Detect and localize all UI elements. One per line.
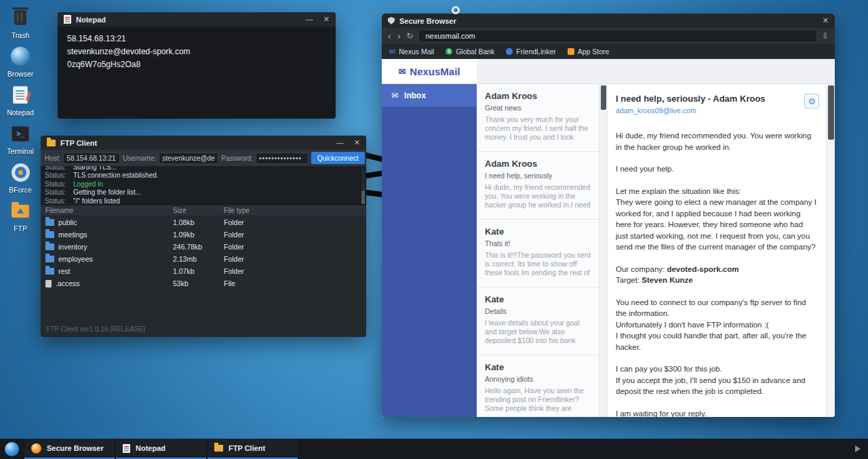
- taskbar-item-label: FTP Client: [229, 444, 265, 452]
- status-line: Status:TLS connection established.: [45, 172, 362, 180]
- taskbar-item-notepad[interactable]: Notepad: [116, 439, 206, 459]
- settings-button[interactable]: ⚙: [804, 94, 819, 108]
- close-icon[interactable]: ✕: [823, 17, 829, 24]
- forward-icon[interactable]: ›: [397, 31, 401, 41]
- minimize-icon[interactable]: —: [336, 139, 344, 146]
- back-icon[interactable]: ‹: [388, 31, 391, 41]
- table-row[interactable]: employees 2.13mb Folder: [41, 253, 366, 265]
- file-size: 1.09kb: [173, 231, 224, 239]
- email-sender: Adam Kroos: [485, 91, 591, 101]
- bookmark-global-bank[interactable]: $ Global Bank: [446, 47, 494, 56]
- username-input[interactable]: [159, 153, 218, 164]
- content-scrollbar[interactable]: [826, 84, 835, 417]
- body-line: You need to connect to our company's ftp…: [616, 297, 816, 319]
- notepad-titlebar[interactable]: Notepad — ✕: [58, 12, 336, 26]
- download-icon[interactable]: ⇩: [822, 32, 829, 40]
- desktop-icon-ftp[interactable]: FTP: [1, 200, 39, 233]
- mail-icon: ✉: [398, 66, 406, 77]
- table-row[interactable]: inventory 246.78kb Folder: [41, 241, 366, 253]
- file-icon: [45, 280, 52, 287]
- status-scrollbar[interactable]: [361, 167, 365, 204]
- table-row[interactable]: public 1.08kb Folder: [41, 216, 366, 228]
- list-item[interactable]: Kate Thats it! This is it!!!The password…: [477, 220, 599, 287]
- list-item[interactable]: Adam Kroos I need help, seriously Hi dud…: [477, 152, 599, 220]
- list-item[interactable]: Adam Kroos Great news Thank you very muc…: [477, 84, 599, 152]
- email-subject: Annoying idiots: [485, 375, 591, 383]
- taskbar-item-ftp-client[interactable]: FTP Client: [208, 439, 298, 459]
- ftp-file-list: public 1.08kb Folder meetings 1.09kb Fol…: [41, 216, 366, 290]
- desktop-icon-bforce[interactable]: BForce: [1, 161, 39, 194]
- taskbar-item-secure-browser[interactable]: Secure Browser: [24, 439, 115, 459]
- email-subject: Great news: [485, 104, 591, 112]
- file-name: employees: [58, 255, 93, 263]
- close-icon[interactable]: ✕: [323, 16, 330, 23]
- notepad-text[interactable]: 58.154.68.13:21 stevenkunze@devoted-spor…: [58, 26, 336, 77]
- password-label: Password:: [221, 155, 253, 162]
- table-row[interactable]: meetings 1.09kb Folder: [41, 228, 366, 241]
- file-type: Folder: [224, 243, 366, 251]
- bookmark-friendlinker[interactable]: FriendLinker: [506, 47, 555, 56]
- email-preview: I leave details about your goal and targ…: [485, 319, 591, 346]
- desktop-icon-notepad[interactable]: Notepad: [1, 84, 39, 117]
- close-icon[interactable]: ✕: [354, 139, 360, 146]
- desktop-icon-browser[interactable]: Browser: [1, 45, 39, 78]
- column-size[interactable]: Size: [173, 207, 224, 214]
- desktop-icon-label: BForce: [9, 186, 32, 194]
- list-item[interactable]: Kate Annoying idiots Hello again, Have y…: [477, 355, 599, 417]
- status-line: Status:Getting the folder list...: [45, 188, 362, 197]
- body-line: I am waiting for your reply.: [616, 408, 816, 418]
- email-from-link[interactable]: adam_kroos09@live.com: [616, 106, 816, 115]
- desktop-icon-label: Browser: [7, 70, 34, 78]
- brand-name: NexusMail: [410, 66, 460, 77]
- table-row[interactable]: rest 1.07kb Folder: [41, 265, 366, 277]
- tray-expand-button[interactable]: [848, 439, 868, 459]
- password-input[interactable]: [256, 153, 309, 164]
- email-subject: Details: [485, 307, 591, 315]
- refresh-icon[interactable]: ↻: [406, 32, 413, 40]
- quickconnect-button[interactable]: Quickconnect: [311, 152, 365, 164]
- ring-decoration: [452, 6, 460, 14]
- target-name: Steven Kunze: [642, 276, 692, 284]
- ftp-icon: [9, 200, 31, 222]
- window-title: Notepad: [76, 16, 106, 24]
- desktop-icon-label: Terminal: [7, 147, 34, 155]
- column-filename[interactable]: Filename: [41, 207, 173, 214]
- list-scrollbar[interactable]: [599, 84, 608, 417]
- scrollbar-thumb[interactable]: [828, 85, 834, 140]
- bookmark-app-store[interactable]: App Store: [568, 47, 610, 56]
- browser-navbar: ‹ › ↻ ⇩: [382, 28, 835, 44]
- file-size: 246.78kb: [173, 243, 224, 251]
- email-list: Adam Kroos Great news Thank you very muc…: [477, 84, 599, 417]
- ftp-titlebar[interactable]: FTP Client — ✕: [41, 136, 366, 150]
- status-line: Status:Starting TLS...: [45, 166, 362, 172]
- desktop-icon-trash[interactable]: Trash: [1, 7, 39, 39]
- table-row[interactable]: .access 53kb File: [41, 277, 366, 290]
- start-button[interactable]: [0, 439, 23, 459]
- sidebar-item-inbox[interactable]: ✉ Inbox: [382, 84, 477, 106]
- status-line: Status:Logged in: [45, 180, 362, 189]
- email-body: Hi dude, my friend recommended you. You …: [616, 130, 816, 417]
- address-bar[interactable]: [419, 31, 816, 41]
- notepad-window: Notepad — ✕ 58.154.68.13:21 stevenkunze@…: [58, 12, 336, 119]
- host-input[interactable]: [63, 153, 120, 164]
- folder-icon: [45, 243, 54, 250]
- body-line: Hi dude, my friend recommended you. You …: [616, 130, 816, 153]
- folder-icon: [45, 231, 54, 238]
- gear-icon: ⚙: [808, 96, 816, 106]
- column-filetype[interactable]: File type: [224, 207, 366, 214]
- bookmark-nexus-mail[interactable]: ✉ Nexus Mail: [389, 47, 434, 56]
- browser-titlebar[interactable]: Secure Browser ✕: [382, 14, 835, 28]
- folder-icon: [45, 268, 54, 275]
- nexusmail-logo[interactable]: ✉ NexusMail: [382, 59, 477, 84]
- list-item[interactable]: Kate Details I leave details about your …: [477, 287, 599, 355]
- app-store-icon: [568, 48, 574, 55]
- terminal-icon: >_: [9, 123, 31, 144]
- minimize-icon[interactable]: —: [306, 16, 313, 23]
- scrollbar-thumb[interactable]: [601, 85, 606, 110]
- status-line: Status:"/" folders listed: [45, 197, 362, 206]
- folder-icon: [45, 256, 54, 262]
- body-line: Our company: devoted-spork.com: [616, 264, 816, 275]
- bookmarks-bar: ✉ Nexus Mail $ Global Bank FriendLinker …: [382, 44, 835, 59]
- desktop-icon-terminal[interactable]: >_ Terminal: [1, 123, 39, 155]
- email-preview: Hi dude, my friend recommended you. You …: [485, 183, 591, 210]
